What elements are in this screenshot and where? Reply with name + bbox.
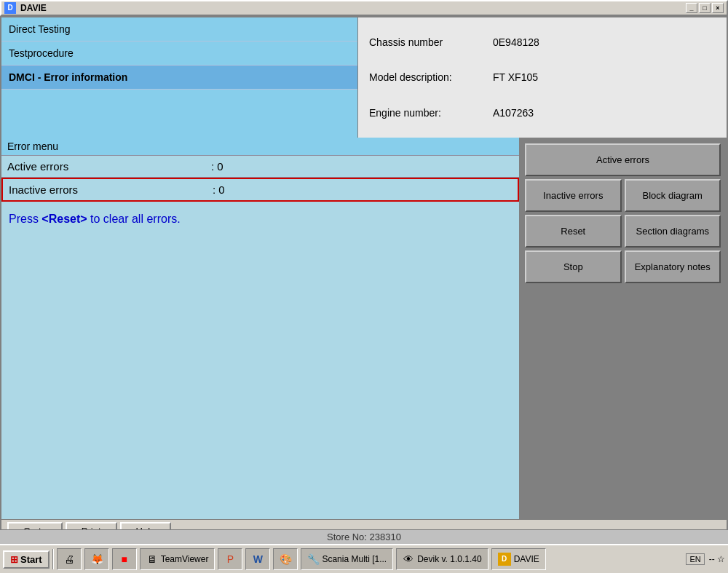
taskbar-item-firefox[interactable]: 🦊 xyxy=(84,548,109,570)
section-diagrams-button[interactable]: Section diagrams xyxy=(625,215,721,248)
reset-bold: <Reset> xyxy=(41,213,87,225)
word-icon: W xyxy=(252,553,264,565)
error-content: Error menu Active errors : 0 Inactive er… xyxy=(1,138,519,519)
right-buttons-panel: Active errors Inactive errors Block diag… xyxy=(519,138,727,519)
left-nav: Direct Testing Testprocedure DMCI - Erro… xyxy=(1,17,358,138)
active-errors-label: Active errors xyxy=(7,160,211,173)
language-indicator: EN xyxy=(686,553,704,565)
chassis-value: 0E948128 xyxy=(493,36,539,48)
scania-icon: 🔧 xyxy=(307,553,319,565)
model-label: Model description: xyxy=(369,71,493,83)
reset-section-btn-row: Reset Section diagrams xyxy=(525,215,721,248)
reset-message: Press <Reset> to clear all errors. xyxy=(1,202,519,237)
devik-icon: 👁 xyxy=(403,553,414,565)
powerpoint-icon: P xyxy=(224,553,236,565)
maximize-button[interactable]: □ xyxy=(699,3,711,13)
engine-value: A107263 xyxy=(493,107,534,119)
app-icon: D xyxy=(4,2,16,14)
taskbar-right: EN -- ☆ xyxy=(686,553,725,565)
inactive-errors-button[interactable]: Inactive errors xyxy=(525,179,622,212)
teamviewer-label: TeamViewer xyxy=(161,554,209,564)
devik-label: Devik v. 1.0.1.40 xyxy=(417,554,482,564)
inactive-block-btn-row: Inactive errors Block diagram xyxy=(525,179,721,212)
top-area: Direct Testing Testprocedure DMCI - Erro… xyxy=(1,17,727,138)
stop-explanatory-btn-row: Stop Explanatory notes xyxy=(525,250,721,283)
taskbar-separator-1 xyxy=(52,549,54,569)
taskbar-item-davie[interactable]: D DAVIE xyxy=(491,548,546,570)
active-errors-row: Active errors : 0 xyxy=(1,156,519,178)
main-window: Direct Testing Testprocedure DMCI - Erro… xyxy=(0,16,728,544)
close-button[interactable]: × xyxy=(712,3,724,13)
engine-label: Engine number: xyxy=(369,107,493,119)
vehicle-info-panel: Chassis number 0E948128 Model descriptio… xyxy=(358,17,727,138)
nav-direct-testing[interactable]: Direct Testing xyxy=(1,17,357,42)
title-bar: D DAVIE _ □ × xyxy=(0,0,728,16)
red-icon: ■ xyxy=(119,553,130,565)
model-value: FT XF105 xyxy=(493,71,538,83)
taskbar-item-teamviewer[interactable]: 🖥 TeamViewer xyxy=(140,548,215,570)
inactive-errors-row: Inactive errors : 0 xyxy=(1,178,519,202)
taskbar: ⊞ Start 🖨 🦊 ■ 🖥 TeamViewer P W 🎨 🔧 Scani… xyxy=(0,544,728,573)
teamviewer-icon: 🖥 xyxy=(146,553,158,565)
error-menu-title: Error menu xyxy=(1,138,519,156)
taskbar-item-red[interactable]: ■ xyxy=(112,548,137,570)
active-errors-value: : 0 xyxy=(211,160,223,173)
engine-row: Engine number: A107263 xyxy=(369,107,716,119)
printer-icon: 🖨 xyxy=(63,553,75,565)
chassis-row: Chassis number 0E948128 xyxy=(369,36,716,48)
paint-icon: 🎨 xyxy=(280,553,291,565)
inactive-errors-value: : 0 xyxy=(213,183,225,196)
start-button[interactable]: ⊞ Start xyxy=(3,550,50,569)
davie-taskbar-icon: D xyxy=(498,553,511,566)
reset-button[interactable]: Reset xyxy=(525,215,622,248)
scania-label: Scania Multi [1... xyxy=(322,554,387,564)
taskbar-dash: -- ☆ xyxy=(709,554,725,564)
active-errors-button[interactable]: Active errors xyxy=(525,143,721,176)
taskbar-item-powerpoint[interactable]: P xyxy=(218,548,242,570)
window-title: DAVIE xyxy=(20,3,47,13)
taskbar-item-scania[interactable]: 🔧 Scania Multi [1... xyxy=(301,548,393,570)
block-diagram-button[interactable]: Block diagram xyxy=(625,179,721,212)
taskbar-item-paint[interactable]: 🎨 xyxy=(273,548,298,570)
taskbar-item-word[interactable]: W xyxy=(245,548,270,570)
davie-taskbar-label: DAVIE xyxy=(514,554,539,564)
inactive-errors-label: Inactive errors xyxy=(9,183,213,196)
model-row: Model description: FT XF105 xyxy=(369,71,716,83)
stop-button[interactable]: Stop xyxy=(525,250,622,283)
store-label: Store No: 238310 xyxy=(0,529,728,544)
explanatory-notes-button[interactable]: Explanatory notes xyxy=(625,250,721,283)
error-section: Error menu Active errors : 0 Inactive er… xyxy=(1,138,727,519)
windows-logo-icon: ⊞ xyxy=(10,554,18,565)
taskbar-item-printer[interactable]: 🖨 xyxy=(57,548,82,570)
minimize-button[interactable]: _ xyxy=(686,3,697,13)
active-errors-btn-row: Active errors xyxy=(525,143,721,176)
firefox-icon: 🦊 xyxy=(91,553,103,565)
taskbar-item-devik[interactable]: 👁 Devik v. 1.0.1.40 xyxy=(396,548,488,570)
nav-dmci-error[interactable]: DMCI - Error information xyxy=(1,66,357,90)
window-controls: _ □ × xyxy=(686,3,724,13)
chassis-label: Chassis number xyxy=(369,36,493,48)
nav-testprocedure[interactable]: Testprocedure xyxy=(1,42,357,66)
